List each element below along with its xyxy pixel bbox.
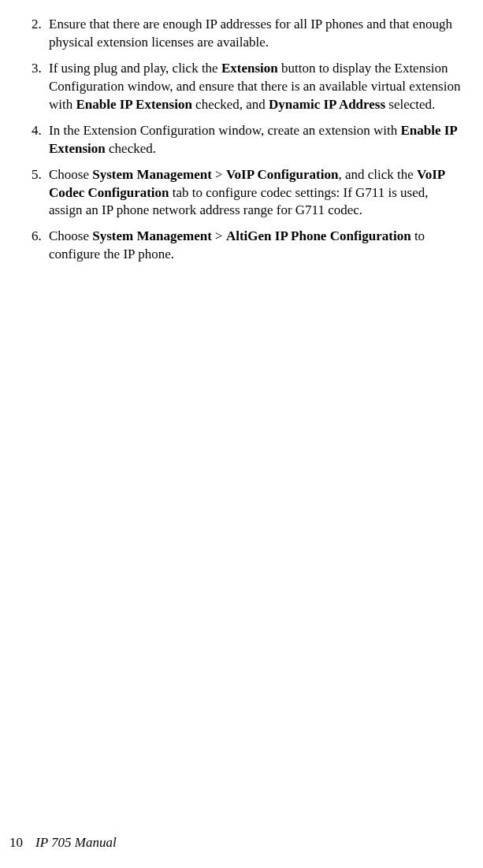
list-marker: 2. — [32, 16, 49, 52]
list-item: 2. Ensure that there are enough IP addre… — [32, 16, 461, 52]
list-item: 4. In the Extension Configuration window… — [32, 122, 461, 158]
list-text: Choose System Management > AltiGen IP Ph… — [49, 228, 461, 264]
page-footer: 10IP 705 Manual — [9, 835, 117, 851]
list-marker: 3. — [32, 60, 49, 114]
list-item: 3. If using plug and play, click the Ext… — [32, 60, 461, 114]
list-marker: 6. — [32, 228, 49, 264]
list-marker: 5. — [32, 166, 49, 221]
list-text: Choose System Management > VoIP Configur… — [49, 166, 461, 221]
list-item: 5. Choose System Management > VoIP Confi… — [32, 166, 461, 221]
list-text: If using plug and play, click the Extens… — [49, 60, 461, 114]
list-marker: 4. — [32, 122, 49, 158]
page-number: 10 — [9, 835, 23, 850]
manual-title: IP 705 Manual — [35, 835, 117, 850]
document-content: 2. Ensure that there are enough IP addre… — [32, 16, 461, 264]
list-item: 6. Choose System Management > AltiGen IP… — [32, 228, 461, 264]
list-text: Ensure that there are enough IP addresse… — [49, 16, 461, 52]
list-text: In the Extension Configuration window, c… — [49, 122, 461, 158]
